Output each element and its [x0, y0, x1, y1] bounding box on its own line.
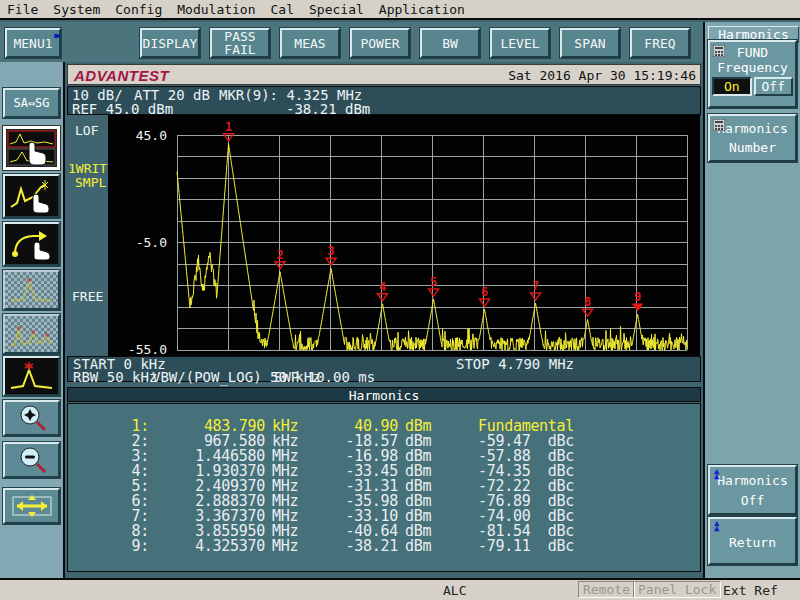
toolbar-button[interactable]: SPAN — [560, 28, 620, 58]
peak-search-button[interactable] — [3, 356, 60, 396]
double-arrow-right-icon: ▶▶ — [54, 29, 58, 42]
harmonics-off-line2: Off — [710, 493, 795, 508]
svg-text:1: 1 — [225, 120, 232, 134]
zoom-in-button[interactable] — [3, 400, 60, 436]
svg-text:3: 3 — [327, 244, 334, 258]
datetime: Sat 2016 Apr 30 15:19:46 — [508, 68, 696, 83]
rbw-label: RBW 50 kHz — [73, 369, 157, 385]
harmonic-level: -38.21 — [312, 539, 398, 554]
menu1-label: MENU1 — [13, 37, 52, 50]
toolbar: MENU1 ▶▶ DISPLAYPASS FAILMEASPOWERBWLEVE… — [0, 22, 703, 62]
settings-strip: 10 dB/ ATT 20 dB MKR(9): 4.325 MHz REF 4… — [67, 86, 701, 115]
return-button[interactable]: ▲▲ Return — [708, 517, 797, 565]
status-bar: ALC Remote Panel Lock Ext Ref — [0, 578, 800, 600]
zoom-in-icon — [12, 404, 52, 432]
peak-search-icon — [9, 360, 54, 392]
menu-item[interactable]: Special — [309, 2, 364, 17]
sa-sg-toggle-button[interactable]: SA⇔SG — [3, 88, 60, 118]
single-peak-icon — [9, 275, 54, 305]
toolbar-button[interactable]: FREQ — [630, 28, 690, 58]
relative-level: -79.11 dBc — [478, 539, 574, 554]
harmonics-table-title: Harmonics — [67, 387, 701, 402]
brand-logo: ADVANTEST — [74, 67, 169, 84]
full-span-icon — [9, 492, 55, 520]
frequency-unit: MHz — [272, 539, 312, 554]
menu-item[interactable]: Application — [379, 2, 465, 17]
full-span-button[interactable] — [3, 488, 60, 524]
menu-item[interactable]: File — [7, 2, 38, 17]
toolbar-button[interactable]: MEAS — [280, 28, 340, 58]
remote-indicator: Remote — [578, 581, 635, 598]
screen-select-button[interactable] — [3, 126, 60, 170]
marker-move-button[interactable] — [3, 222, 60, 266]
trace-hand-icon — [9, 179, 54, 213]
stop-freq-label: STOP 4.790 MHz — [456, 356, 574, 372]
svg-text:6: 6 — [481, 285, 488, 299]
svg-text:2: 2 — [276, 248, 283, 262]
menu-bar: FileSystemConfigModulationCalSpecialAppl… — [0, 0, 800, 20]
harmonics-table: 1: 483.790 kHz 40.90 dBm Fundamental 2: … — [67, 403, 701, 572]
spectrum-trace-chart: 123456789 — [177, 135, 687, 350]
y-tick-bottom: -55.0 — [123, 342, 167, 357]
svg-text:7: 7 — [532, 279, 539, 293]
harmonics-off-line1: Harmonics — [710, 473, 795, 488]
svg-text:9: 9 — [634, 290, 641, 304]
spectrum-display: LOF 1WRITE SMPL FREE 45.0 -5.0 -55.0 123… — [67, 115, 701, 356]
toolbar-group: DISPLAYPASS FAILMEASPOWERBWLEVELSPANFREQ — [140, 28, 690, 58]
sidebar: SA⇔SG — [0, 62, 65, 578]
fund-frequency-button[interactable]: FUND Frequency On Off — [708, 40, 797, 108]
sweep-label: SWP 10.00 ms — [274, 369, 375, 385]
instrument-screen: FileSystemConfigModulationCalSpecialAppl… — [0, 0, 800, 600]
menu1-button[interactable]: MENU1 ▶▶ — [5, 28, 61, 58]
menu-item[interactable]: Cal — [271, 2, 294, 17]
fund-off-toggle[interactable]: Off — [754, 77, 794, 96]
sweep-strip: START 0 kHz STOP 4.790 MHz RBW 50 kHz VB… — [67, 356, 701, 382]
graticule-area: 45.0 -5.0 -55.0 123456789 — [108, 115, 700, 358]
menu-item[interactable]: Config — [115, 2, 162, 17]
toolbar-button[interactable]: BW — [420, 28, 480, 58]
toolbar-button[interactable]: PASS FAIL — [210, 28, 270, 58]
svg-text:4: 4 — [379, 280, 386, 294]
menu-item[interactable]: Modulation — [177, 2, 255, 17]
y-tick-middle: -5.0 — [123, 235, 167, 250]
menu-item[interactable]: System — [53, 2, 100, 17]
keypad-icon — [713, 45, 725, 57]
keypad-icon — [713, 119, 725, 131]
panel-lock-indicator: Panel Lock — [633, 581, 721, 598]
harmonic-frequency: 4.325370 — [149, 539, 265, 554]
ext-ref-status: Ext Ref — [723, 583, 778, 598]
level-unit: dBm — [405, 539, 455, 554]
return-label: Return — [710, 535, 795, 550]
sa-sg-label: SA⇔SG — [13, 96, 49, 110]
softkey-panel: Harmonics FUND Frequency On Off Harmo — [703, 22, 800, 578]
zoom-out-button[interactable] — [3, 442, 60, 478]
header-strip: ADVANTEST Sat 2016 Apr 30 15:19:46 — [67, 64, 701, 85]
multi-peak-icon — [9, 319, 54, 349]
zoom-out-icon — [12, 446, 52, 474]
double-up-arrow-icon: ▲▲ — [714, 469, 719, 479]
lof-label: LOF — [75, 123, 98, 138]
toolbar-button[interactable]: POWER — [350, 28, 410, 58]
detector-label: SMPL — [75, 175, 106, 190]
peak-list-button-disabled — [3, 270, 60, 310]
alc-status: ALC — [443, 583, 466, 598]
harmonic-index: 9: — [68, 539, 149, 554]
table-row: 9: 4.325370 MHz -38.21 dBm -79.11 dBc — [68, 539, 700, 554]
svg-text:8: 8 — [584, 295, 591, 309]
multi-peak-button-disabled — [3, 314, 60, 354]
toolbar-button[interactable]: DISPLAY — [140, 28, 200, 58]
number-label-line2: Number — [710, 140, 795, 155]
fund-on-toggle[interactable]: On — [712, 77, 752, 96]
dual-screen-hand-icon — [7, 129, 56, 167]
marker-hand-icon — [9, 227, 54, 261]
double-up-arrow-icon: ▲▲ — [714, 521, 719, 531]
harmonics-number-button[interactable]: Harmonics Number — [708, 114, 797, 162]
fund-label-line2: Frequency — [710, 60, 795, 75]
harmonics-off-button[interactable]: ▲▲ Harmonics Off — [708, 465, 797, 515]
toolbar-button[interactable]: LEVEL — [490, 28, 550, 58]
y-tick-top: 45.0 — [123, 128, 167, 143]
trace-select-button[interactable] — [3, 174, 60, 218]
svg-text:5: 5 — [430, 275, 437, 289]
trigger-label: FREE — [72, 289, 103, 304]
